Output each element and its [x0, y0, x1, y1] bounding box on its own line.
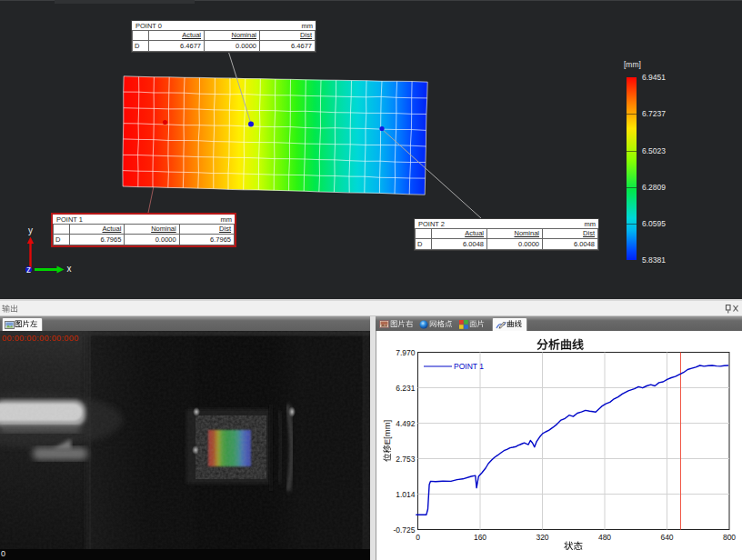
svg-text:2.753: 2.753	[396, 455, 416, 464]
svg-text:1.014: 1.014	[396, 490, 416, 499]
svg-text:160: 160	[474, 533, 486, 542]
svg-text:POINT 1: POINT 1	[454, 362, 484, 371]
svg-text:0: 0	[416, 533, 420, 542]
svg-text:7.970: 7.970	[396, 348, 416, 357]
svg-text:-0.725: -0.725	[393, 525, 415, 535]
svg-text:320: 320	[536, 533, 548, 542]
svg-text:800: 800	[723, 533, 736, 542]
svg-text:4.492: 4.492	[396, 419, 416, 428]
svg-text:640: 640	[660, 533, 673, 542]
svg-text:6.231: 6.231	[396, 384, 416, 393]
svg-text:480: 480	[598, 533, 611, 542]
